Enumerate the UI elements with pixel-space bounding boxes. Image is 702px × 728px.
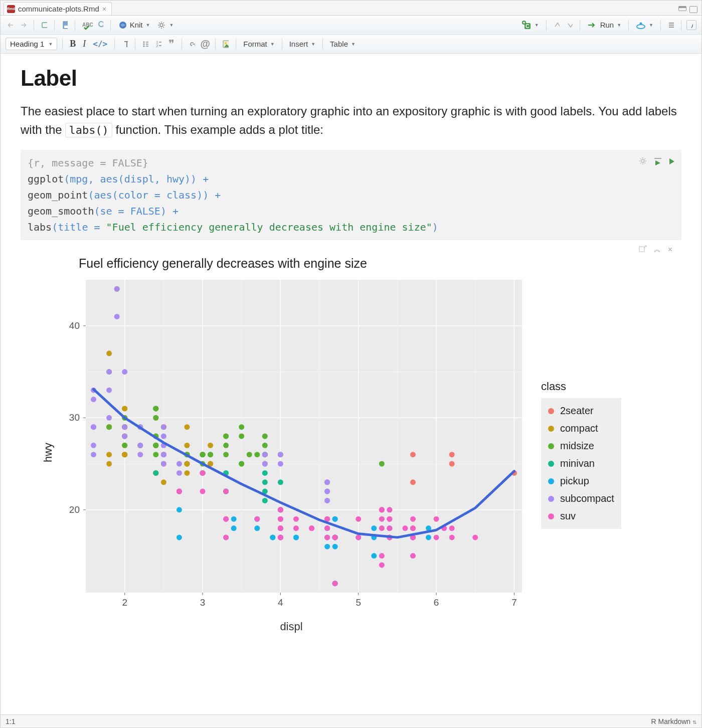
file-tab[interactable]: Rmd communicate-plots.Rmd × <box>4 2 112 15</box>
svg-text:6: 6 <box>434 597 439 608</box>
svg-point-17 <box>641 159 644 162</box>
citation-icon[interactable]: @ <box>200 39 210 49</box>
svg-point-193 <box>91 425 96 430</box>
block-style-select[interactable]: Heading 1 ▼ <box>6 38 57 50</box>
chunk-gear-icon[interactable] <box>638 154 647 170</box>
cursor-position[interactable]: 1:1 <box>6 717 15 725</box>
maximize-pane-button[interactable] <box>689 6 697 13</box>
svg-point-82 <box>122 452 127 458</box>
legend-label: subcompact <box>560 493 614 504</box>
format-menu[interactable]: Format▼ <box>241 39 276 49</box>
svg-point-87 <box>184 470 190 476</box>
insert-chunk-button[interactable]: C▼ <box>519 19 541 31</box>
svg-point-158 <box>293 535 299 540</box>
svg-point-113 <box>106 425 112 430</box>
svg-point-186 <box>91 443 96 448</box>
spellcheck-button[interactable]: ABC <box>80 19 92 31</box>
legend-swatch <box>548 461 554 467</box>
svg-point-266 <box>379 525 385 531</box>
svg-point-146 <box>332 516 338 522</box>
clear-output-icon[interactable]: × <box>668 245 672 254</box>
svg-point-59 <box>161 480 166 485</box>
legend-title: class <box>541 380 621 393</box>
insert-menu[interactable]: Insert▼ <box>287 39 317 49</box>
svg-point-236 <box>278 516 283 522</box>
back-icon[interactable] <box>6 20 16 30</box>
doc-heading[interactable]: Label <box>21 66 681 91</box>
svg-point-4 <box>160 24 163 27</box>
legend-label: minivan <box>560 458 595 469</box>
show-in-new-window-icon[interactable] <box>39 20 49 30</box>
svg-text:7: 7 <box>511 597 517 608</box>
svg-point-204 <box>161 425 166 430</box>
svg-point-181 <box>324 498 330 503</box>
svg-rect-19 <box>86 280 522 593</box>
svg-point-126 <box>223 434 229 439</box>
svg-point-220 <box>410 553 416 559</box>
popout-icon[interactable] <box>639 245 647 254</box>
numbered-list-icon[interactable]: 12 <box>153 39 163 49</box>
svg-point-140 <box>262 470 268 476</box>
visual-editor-toggle[interactable] <box>686 20 696 30</box>
svg-point-267 <box>379 507 385 513</box>
svg-point-97 <box>153 443 158 448</box>
save-icon[interactable] <box>60 20 70 30</box>
forward-icon[interactable] <box>19 20 29 30</box>
svg-point-250 <box>324 525 330 531</box>
doc-paragraph[interactable]: The easiest place to start when turning … <box>21 102 681 139</box>
italic-button[interactable]: I <box>81 38 88 50</box>
close-icon[interactable]: × <box>102 5 106 13</box>
plot-canvas: 234567203040 <box>56 276 527 617</box>
svg-point-180 <box>324 489 330 494</box>
svg-point-221 <box>472 535 478 540</box>
primary-toolbar: ABC Knit ▼ ▼ C▼ Run ▼ ▼ <box>1 16 701 35</box>
find-replace-icon[interactable] <box>95 20 105 30</box>
image-icon[interactable] <box>221 39 231 49</box>
svg-text:30: 30 <box>69 413 80 423</box>
file-type-selector[interactable]: R Markdown ⇅ <box>651 717 696 725</box>
svg-point-109 <box>153 406 158 412</box>
bullet-list-icon[interactable] <box>140 39 150 49</box>
svg-point-265 <box>278 525 283 531</box>
svg-point-11 <box>143 43 145 45</box>
legend-swatch <box>548 426 554 432</box>
svg-point-92 <box>247 452 252 458</box>
gear-dropdown[interactable]: ▼ <box>155 20 176 31</box>
collapse-icon[interactable]: ︽ <box>654 245 661 254</box>
svg-point-47 <box>208 443 213 448</box>
run-chunk-icon[interactable] <box>668 154 675 170</box>
svg-point-202 <box>114 286 120 292</box>
svg-point-207 <box>177 461 182 467</box>
svg-point-144 <box>270 535 275 540</box>
run-button[interactable]: Run ▼ <box>585 20 623 30</box>
svg-point-229 <box>293 516 299 522</box>
code-chunk[interactable]: {r, message = FALSE} ggplot(mpg, aes(dis… <box>21 150 681 240</box>
code-button[interactable]: </> <box>91 38 109 50</box>
svg-point-248 <box>293 525 299 531</box>
publish-button[interactable]: ▼ <box>634 20 655 30</box>
go-prev-chunk-icon[interactable] <box>552 20 562 30</box>
link-icon[interactable] <box>187 39 197 49</box>
svg-point-245 <box>410 525 416 531</box>
y-axis-label: hwy <box>42 447 55 462</box>
run-above-icon[interactable] <box>653 154 662 170</box>
blockquote-icon[interactable]: ❞ <box>166 39 177 49</box>
svg-text:C: C <box>525 23 530 29</box>
knit-button[interactable]: Knit ▼ <box>116 19 152 31</box>
statusbar: 1:1 R Markdown ⇅ <box>1 714 701 727</box>
svg-point-262 <box>200 470 206 476</box>
editor-body[interactable]: Label The easiest place to start when tu… <box>1 54 701 714</box>
svg-point-264 <box>223 516 229 522</box>
legend-swatch <box>548 478 554 484</box>
knit-label: Knit <box>130 21 143 29</box>
pane-controls <box>678 6 701 15</box>
table-menu[interactable]: Table▼ <box>328 39 358 49</box>
minimize-pane-button[interactable] <box>678 6 686 11</box>
legend-swatch <box>548 513 554 519</box>
go-next-chunk-icon[interactable] <box>565 20 575 30</box>
svg-point-253 <box>387 507 392 513</box>
outline-icon[interactable] <box>666 20 676 30</box>
svg-point-206 <box>177 470 182 476</box>
bold-button[interactable]: B <box>68 38 78 50</box>
clear-format-icon[interactable] <box>120 39 130 49</box>
